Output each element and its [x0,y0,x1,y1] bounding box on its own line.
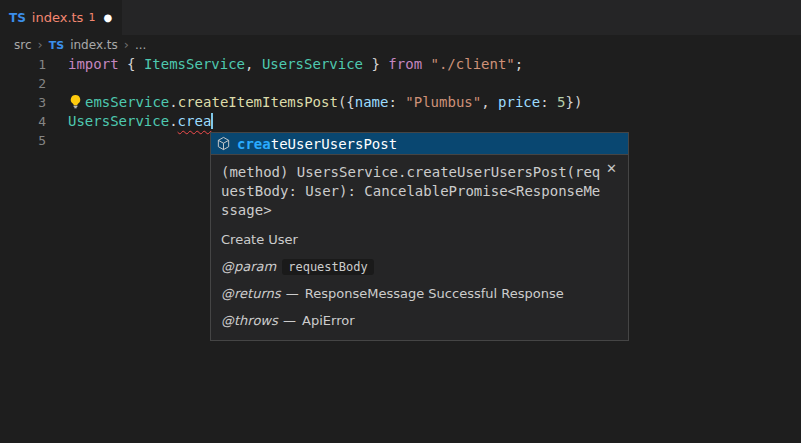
doc-tag-label: @param [221,259,276,274]
doc-tag-text: ResponseMessage Successful Response [301,286,564,301]
vscode-window: TS index.ts 1 ● src › TS index.ts › ... … [0,0,801,443]
token-prop: price [498,94,540,110]
tab-index-ts[interactable]: TS index.ts 1 ● [0,0,122,35]
unsaved-changes-dot-icon[interactable]: ● [103,12,112,23]
token-num: 5 [557,94,565,110]
code-text [46,74,68,93]
doc-tags: @paramrequestBody@returns — ResponseMess… [221,259,618,328]
code-text [46,131,68,150]
token-prop: name [355,94,389,110]
code-line-3[interactable]: 3emsService.createItemItemsPost({name: "… [0,93,801,112]
line-number[interactable]: 4 [0,112,46,131]
doc-tag-text: ApiError [298,313,355,328]
suggestion-match-text: crea [237,136,271,152]
code-line-2[interactable]: 2 [0,74,801,93]
doc-tag-dash: — [282,286,299,301]
line-number[interactable]: 1 [0,55,46,74]
doc-tag-returns: @returns — ResponseMessage Successful Re… [221,286,618,301]
doc-tag-dash: — [279,313,296,328]
typescript-file-icon: TS [49,39,64,52]
doc-tag-throws: @throws — ApiError [221,313,618,328]
token-str: "./client" [431,56,515,72]
code-text: UsersService.crea [46,112,213,131]
suggestion-rest-text: teUserUsersPost [271,136,397,152]
token-punct: } [363,56,388,72]
breadcrumb-file-index-ts[interactable]: index.ts [70,38,118,52]
breadcrumb-folder-src[interactable]: src [14,38,32,52]
chevron-right-icon: › [124,37,129,52]
token-type: ItemsService [144,56,245,72]
code-text: import { ItemsService, UsersService } fr… [46,55,523,74]
token-punct: ({ [338,94,355,110]
token-kw: import [68,56,127,72]
doc-tag-param: @paramrequestBody [221,259,618,274]
suggestion-item-createUserUsersPost[interactable]: createUserUsersPost [210,132,629,154]
breadcrumb: src › TS index.ts › ... [0,35,801,55]
line-number[interactable]: 5 [0,131,46,150]
token-str: "Plumbus" [405,94,481,110]
method-symbol-icon [216,136,231,151]
code-line-4[interactable]: 4UsersService.crea [0,112,801,131]
doc-param-name-chip: requestBody [282,259,373,275]
doc-tag-label: @throws [221,313,278,328]
method-signature: (method) UsersService.createUserUsersPos… [221,163,603,220]
line-number[interactable]: 3 [0,93,46,112]
close-icon[interactable]: ✕ [606,162,617,175]
suggestion-details-panel: ✕ (method) UsersService.createUserUsersP… [210,154,629,341]
lightbulb-code-action-icon[interactable] [68,94,85,109]
token-punct: { [127,56,144,72]
token-punct: . [169,113,177,129]
token-punct: , [481,94,498,110]
typescript-file-icon: TS [9,11,26,25]
line-number[interactable]: 2 [0,74,46,93]
doc-summary: Create User [221,232,618,247]
tab-file-name: index.ts [32,10,84,25]
token-punct: , [245,56,262,72]
doc-tag-label: @returns [221,286,281,301]
tab-problem-count-badge: 1 [88,11,95,24]
suggestion-label: createUserUsersPost [237,136,397,152]
token-type: emsService [85,94,169,110]
breadcrumb-symbol-ellipsis[interactable]: ... [135,38,146,52]
editor-tab-bar: TS index.ts 1 ● [0,0,801,35]
code-line-1[interactable]: 1import { ItemsService, UsersService } f… [0,55,801,74]
token-punct: ; [515,56,523,72]
token-type: UsersService [262,56,363,72]
token-method: createItemItemsPost [178,94,338,110]
text-cursor [211,113,213,129]
token-err: crea [178,113,212,129]
token-type: UsersService [68,113,169,129]
chevron-right-icon: › [38,37,43,52]
token-punct: . [169,94,177,110]
code-text: emsService.createItemItemsPost({name: "P… [46,93,582,112]
token-punct: }) [566,94,583,110]
token-punct: : [540,94,557,110]
suggest-widget: createUserUsersPost ✕ (method) UsersServ… [210,132,629,341]
token-kw: from [388,56,430,72]
token-punct: : [388,94,405,110]
